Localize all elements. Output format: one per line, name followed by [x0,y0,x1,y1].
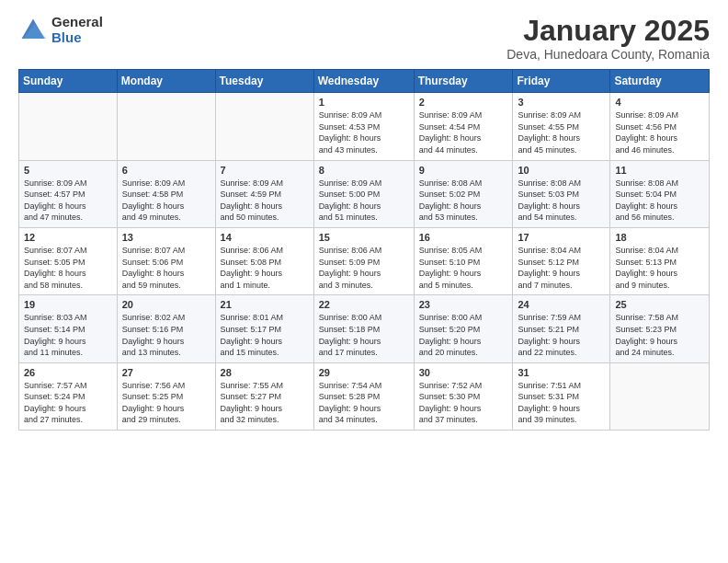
page: General Blue January 2025 Deva, Hunedoar… [0,0,728,563]
day-info: Sunrise: 7:57 AM Sunset: 5:24 PM Dayligh… [24,380,112,426]
day-number: 1 [319,97,409,108]
table-row: 19Sunrise: 8:03 AM Sunset: 5:14 PM Dayli… [19,295,118,362]
day-info: Sunrise: 8:00 AM Sunset: 5:18 PM Dayligh… [319,312,409,358]
logo-text: General Blue [51,15,103,45]
day-number: 20 [122,299,210,310]
day-number: 21 [221,299,309,310]
col-wednesday: Wednesday [313,70,414,93]
day-number: 31 [518,367,605,378]
day-number: 3 [518,97,605,108]
day-info: Sunrise: 8:08 AM Sunset: 5:02 PM Dayligh… [419,178,508,224]
day-info: Sunrise: 8:09 AM Sunset: 4:59 PM Dayligh… [221,178,309,224]
day-info: Sunrise: 8:05 AM Sunset: 5:10 PM Dayligh… [419,245,508,291]
table-row: 28Sunrise: 7:55 AM Sunset: 5:27 PM Dayli… [215,362,313,430]
day-number: 17 [518,232,605,243]
day-number: 29 [319,367,409,378]
day-info: Sunrise: 7:59 AM Sunset: 5:21 PM Dayligh… [518,312,605,358]
table-row: 25Sunrise: 7:58 AM Sunset: 5:23 PM Dayli… [610,295,710,362]
calendar-header-row: Sunday Monday Tuesday Wednesday Thursday… [19,70,710,93]
day-number: 7 [221,165,309,176]
col-saturday: Saturday [610,70,710,93]
location-subtitle: Deva, Hunedoara County, Romania [506,47,710,62]
day-number: 15 [319,232,409,243]
table-row: 12Sunrise: 8:07 AM Sunset: 5:05 PM Dayli… [19,227,118,294]
table-row: 10Sunrise: 8:08 AM Sunset: 5:03 PM Dayli… [513,160,610,227]
day-info: Sunrise: 8:07 AM Sunset: 5:05 PM Dayligh… [24,245,112,291]
table-row [19,93,118,160]
day-info: Sunrise: 7:54 AM Sunset: 5:28 PM Dayligh… [319,380,409,426]
day-info: Sunrise: 8:00 AM Sunset: 5:20 PM Dayligh… [419,312,508,358]
day-info: Sunrise: 8:08 AM Sunset: 5:03 PM Dayligh… [518,178,605,224]
day-number: 30 [419,367,508,378]
day-number: 26 [24,367,112,378]
table-row: 14Sunrise: 8:06 AM Sunset: 5:08 PM Dayli… [215,227,313,294]
table-row: 29Sunrise: 7:54 AM Sunset: 5:28 PM Dayli… [313,362,414,430]
day-info: Sunrise: 7:52 AM Sunset: 5:30 PM Dayligh… [419,380,508,426]
day-number: 23 [419,299,508,310]
table-row: 27Sunrise: 7:56 AM Sunset: 5:25 PM Dayli… [117,362,215,430]
day-number: 6 [122,165,210,176]
table-row [215,93,313,160]
day-info: Sunrise: 7:58 AM Sunset: 5:23 PM Dayligh… [615,312,704,358]
table-row: 8Sunrise: 8:09 AM Sunset: 5:00 PM Daylig… [313,160,414,227]
day-info: Sunrise: 8:07 AM Sunset: 5:06 PM Dayligh… [122,245,210,291]
table-row: 17Sunrise: 8:04 AM Sunset: 5:12 PM Dayli… [513,227,610,294]
day-number: 10 [518,165,605,176]
day-number: 12 [24,232,112,243]
col-monday: Monday [117,70,215,93]
table-row: 22Sunrise: 8:00 AM Sunset: 5:18 PM Dayli… [313,295,414,362]
logo-icon [18,16,48,45]
table-row: 11Sunrise: 8:08 AM Sunset: 5:04 PM Dayli… [610,160,710,227]
day-info: Sunrise: 8:02 AM Sunset: 5:16 PM Dayligh… [122,312,210,358]
table-row: 24Sunrise: 7:59 AM Sunset: 5:21 PM Dayli… [513,295,610,362]
day-number: 8 [319,165,409,176]
calendar-week-row: 5Sunrise: 8:09 AM Sunset: 4:57 PM Daylig… [19,160,710,227]
logo-general-label: General [51,15,103,30]
table-row: 4Sunrise: 8:09 AM Sunset: 4:56 PM Daylig… [610,93,710,160]
day-info: Sunrise: 8:06 AM Sunset: 5:08 PM Dayligh… [221,245,309,291]
day-number: 18 [615,232,704,243]
header: General Blue January 2025 Deva, Hunedoar… [18,15,710,62]
day-info: Sunrise: 8:06 AM Sunset: 5:09 PM Dayligh… [319,245,409,291]
table-row [610,362,710,430]
day-number: 4 [615,97,704,108]
day-number: 25 [615,299,704,310]
day-info: Sunrise: 7:51 AM Sunset: 5:31 PM Dayligh… [518,380,605,426]
col-tuesday: Tuesday [215,70,313,93]
day-info: Sunrise: 8:09 AM Sunset: 4:54 PM Dayligh… [419,109,508,155]
day-number: 27 [122,367,210,378]
day-info: Sunrise: 7:55 AM Sunset: 5:27 PM Dayligh… [221,380,309,426]
logo: General Blue [18,15,103,45]
day-info: Sunrise: 8:08 AM Sunset: 5:04 PM Dayligh… [615,178,704,224]
table-row: 7Sunrise: 8:09 AM Sunset: 4:59 PM Daylig… [215,160,313,227]
table-row: 1Sunrise: 8:09 AM Sunset: 4:53 PM Daylig… [313,93,414,160]
calendar-week-row: 19Sunrise: 8:03 AM Sunset: 5:14 PM Dayli… [19,295,710,362]
table-row: 13Sunrise: 8:07 AM Sunset: 5:06 PM Dayli… [117,227,215,294]
table-row: 5Sunrise: 8:09 AM Sunset: 4:57 PM Daylig… [19,160,118,227]
table-row: 21Sunrise: 8:01 AM Sunset: 5:17 PM Dayli… [215,295,313,362]
table-row: 23Sunrise: 8:00 AM Sunset: 5:20 PM Dayli… [414,295,513,362]
col-thursday: Thursday [414,70,513,93]
title-block: January 2025 Deva, Hunedoara County, Rom… [506,15,710,62]
table-row: 30Sunrise: 7:52 AM Sunset: 5:30 PM Dayli… [414,362,513,430]
day-number: 19 [24,299,112,310]
table-row: 9Sunrise: 8:08 AM Sunset: 5:02 PM Daylig… [414,160,513,227]
day-number: 28 [221,367,309,378]
day-number: 5 [24,165,112,176]
day-info: Sunrise: 8:09 AM Sunset: 5:00 PM Dayligh… [319,178,409,224]
table-row [117,93,215,160]
day-info: Sunrise: 8:09 AM Sunset: 4:56 PM Dayligh… [615,109,704,155]
table-row: 15Sunrise: 8:06 AM Sunset: 5:09 PM Dayli… [313,227,414,294]
day-info: Sunrise: 8:01 AM Sunset: 5:17 PM Dayligh… [221,312,309,358]
calendar-table: Sunday Monday Tuesday Wednesday Thursday… [18,69,710,431]
day-number: 9 [419,165,508,176]
day-number: 14 [221,232,309,243]
table-row: 3Sunrise: 8:09 AM Sunset: 4:55 PM Daylig… [513,93,610,160]
day-info: Sunrise: 8:04 AM Sunset: 5:13 PM Dayligh… [615,245,704,291]
day-info: Sunrise: 8:09 AM Sunset: 4:53 PM Dayligh… [319,109,409,155]
day-info: Sunrise: 7:56 AM Sunset: 5:25 PM Dayligh… [122,380,210,426]
table-row: 2Sunrise: 8:09 AM Sunset: 4:54 PM Daylig… [414,93,513,160]
day-info: Sunrise: 8:09 AM Sunset: 4:55 PM Dayligh… [518,109,605,155]
table-row: 26Sunrise: 7:57 AM Sunset: 5:24 PM Dayli… [19,362,118,430]
col-friday: Friday [513,70,610,93]
